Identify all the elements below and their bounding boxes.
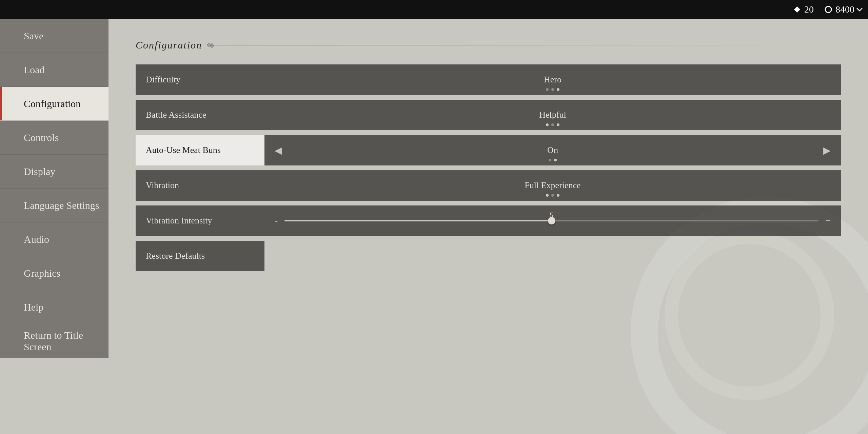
setting-label-vibration-intensity[interactable]: Vibration Intensity [136, 205, 264, 236]
sidebar-item-audio[interactable]: Audio [0, 222, 108, 256]
sidebar-item-save[interactable]: Save [0, 19, 108, 53]
setting-row-battle-assistance[interactable]: Battle Assistance Helpful [136, 100, 841, 130]
setting-value-vibration[interactable]: Full Experience [264, 170, 841, 201]
setting-value-auto-use-meat-buns[interactable]: ◀ On ▶ [264, 135, 841, 165]
expand-button[interactable] [851, 0, 868, 19]
slider-plus-button[interactable]: + [825, 215, 831, 226]
circle-currency: 8400 [825, 4, 854, 15]
setting-value-vibration-intensity[interactable]: - 5 + [264, 205, 841, 236]
dot [551, 194, 554, 197]
sidebar-label-language-settings: Language Settings [24, 200, 99, 211]
sidebar-label-display: Display [24, 166, 55, 177]
dot [551, 123, 554, 126]
setting-row-vibration-intensity[interactable]: Vibration Intensity - 5 + [136, 205, 841, 236]
setting-row-vibration[interactable]: Vibration Full Experience [136, 170, 841, 201]
sidebar-label-help: Help [24, 301, 43, 313]
setting-row-auto-use-meat-buns[interactable]: Auto-Use Meat Buns ◀ On ▶ [136, 135, 841, 165]
sidebar-item-load[interactable]: Load [0, 53, 108, 87]
diamond-currency: 20 [793, 4, 814, 15]
arrow-left-button[interactable]: ◀ [275, 145, 282, 156]
config-divider: ❖ [209, 45, 841, 45]
slider-container: - 5 + [264, 215, 841, 226]
battle-assistance-dots [546, 123, 559, 126]
vibration-dots [546, 194, 559, 197]
slider-fill [284, 220, 551, 221]
diamond-value: 20 [804, 4, 814, 15]
sidebar-item-configuration[interactable]: Configuration [0, 87, 108, 121]
sidebar-label-graphics: Graphics [24, 268, 60, 279]
setting-label-difficulty[interactable]: Difficulty [136, 64, 264, 95]
svg-marker-0 [794, 6, 800, 13]
dot-active [557, 123, 559, 126]
setting-value-battle-assistance[interactable]: Helpful [264, 100, 841, 130]
sidebar-label-load: Load [24, 64, 45, 76]
main-content: Configuration ❖ Difficulty Hero [108, 19, 868, 434]
auto-meat-buns-dots [549, 159, 557, 161]
page-title: Configuration [136, 39, 202, 51]
setting-row-restore-defaults[interactable]: Restore Defaults [136, 241, 841, 271]
slider-track[interactable]: 5 [284, 220, 818, 221]
dot-active [557, 88, 559, 91]
svg-text:❖: ❖ [206, 42, 212, 48]
dot-active [554, 159, 557, 161]
setting-label-auto-use-meat-buns[interactable]: Auto-Use Meat Buns [136, 135, 264, 165]
difficulty-dots [546, 88, 559, 91]
sidebar-item-display[interactable]: Display [0, 155, 108, 189]
setting-row-difficulty[interactable]: Difficulty Hero [136, 64, 841, 95]
sidebar-item-controls[interactable]: Controls [0, 121, 108, 155]
sidebar-item-return-to-title[interactable]: Return to Title Screen [0, 324, 108, 358]
top-bar: 20 8400 [0, 0, 868, 19]
sidebar-item-help[interactable]: Help [0, 290, 108, 324]
svg-point-1 [825, 6, 831, 13]
dot [551, 88, 554, 91]
sidebar-label-configuration: Configuration [24, 98, 81, 110]
setting-value-difficulty[interactable]: Hero [264, 64, 841, 95]
arrow-right-button[interactable]: ▶ [823, 145, 831, 156]
sidebar-label-return-to-title: Return to Title Screen [24, 330, 108, 353]
dot [546, 88, 549, 91]
slider-thumb[interactable] [548, 217, 555, 224]
diamond-icon [793, 6, 801, 13]
circle-icon [825, 6, 832, 13]
restore-defaults-button[interactable]: Restore Defaults [136, 241, 264, 271]
slider-minus-button[interactable]: - [275, 215, 278, 226]
sidebar-label-controls: Controls [24, 132, 59, 143]
setting-label-battle-assistance[interactable]: Battle Assistance [136, 100, 264, 130]
dot [549, 159, 551, 161]
sidebar-item-language-settings[interactable]: Language Settings [0, 189, 108, 222]
settings-container: Difficulty Hero Battle Assistance Helpfu… [136, 64, 841, 271]
dot-active [557, 194, 559, 197]
setting-label-vibration[interactable]: Vibration [136, 170, 264, 201]
sidebar-label-audio: Audio [24, 234, 49, 245]
sidebar-label-save: Save [24, 30, 43, 42]
config-header: Configuration ❖ [136, 39, 841, 51]
sidebar: Save Load Configuration Controls Display… [0, 19, 108, 434]
dot-active [546, 123, 549, 126]
dot-active [546, 194, 549, 197]
sidebar-item-graphics[interactable]: Graphics [0, 256, 108, 290]
